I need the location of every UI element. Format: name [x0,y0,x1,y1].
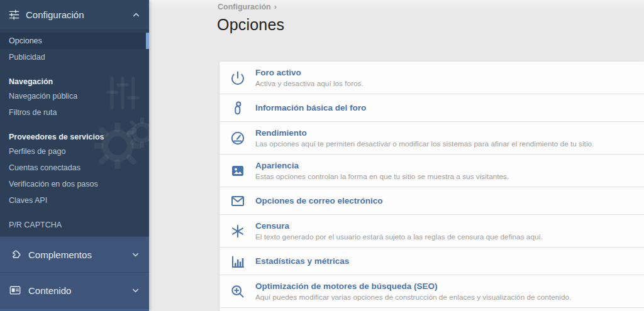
info-icon [230,101,245,116]
main-content: Configuración › Opciones Foro activoActi… [149,0,644,311]
option-text: Foro activoActiva y desactiva aquí los f… [255,68,634,88]
sidebar-accordion-complementos[interactable]: Complementos [0,236,149,272]
option-row-informacion-basica-del-foro[interactable]: Información básica del foro [219,94,644,122]
sidebar-section-proveedores-de-servicios: Proveedores de servicios [0,130,149,143]
option-text: AparienciaEstas opciones controlan la fo… [255,161,634,181]
option-description: Estas opciones controlan la forma en que… [255,172,634,181]
sliders-icon [8,9,20,21]
option-row-apariencia[interactable]: AparienciaEstas opciones controlan la fo… [219,155,644,187]
option-description: El texto generado por el usuario estará … [255,232,634,241]
asterisk-icon [230,224,245,239]
chevron-down-icon [131,250,140,259]
image-icon [230,163,245,178]
sidebar-item-navegacion-publica[interactable]: Navegación pública [0,88,149,104]
option-title[interactable]: Censura [255,221,634,231]
option-text: Opciones de correo electrónico [255,196,634,205]
option-title[interactable]: Optimización de motores de búsqueda (SEO… [255,281,634,291]
breadcrumb-separator: › [274,3,277,11]
envelope-icon [230,194,245,209]
sidebar-item-filtros-de-ruta[interactable]: Filtros de ruta [0,104,149,121]
chevron-down-icon [131,286,140,295]
sidebar-item-opciones[interactable]: Opciones [0,33,149,49]
option-text: CensuraEl texto generado por el usuario … [255,221,634,241]
options-list: Foro activoActiva y desactiva aquí los f… [219,62,644,311]
option-title[interactable]: Información básica del foro [255,103,634,112]
sidebar-header-label: Configuración [26,9,84,20]
sidebar-item-claves-api[interactable]: Claves API [0,192,149,209]
option-title[interactable]: Foro activo [255,68,634,77]
option-title[interactable]: Apariencia [255,161,634,170]
option-row-opciones-de-correo-electronico[interactable]: Opciones de correo electrónico [219,187,644,215]
page-title: Opciones [217,16,284,34]
sidebar-next-section-edge [0,308,149,311]
option-text: RendimientoLas opciones aquí te permiten… [255,128,634,148]
sidebar-item-verificacion-en-dos-pasos[interactable]: Verificación en dos pasos [0,176,149,192]
option-row-censura[interactable]: CensuraEl texto generado por el usuario … [219,215,644,248]
option-title[interactable]: Opciones de correo electrónico [255,196,634,205]
option-row-estadisticas-y-metricas[interactable]: Estadísticas y métricas [219,248,644,275]
card-icon [9,284,21,297]
sidebar: Configuración OpcionesPublicidadNavegaci… [0,0,149,311]
sidebar-section-navegacion: Navegación [0,75,149,88]
sidebar-header-configuracion[interactable]: Configuración [0,0,149,30]
breadcrumb-configuracion[interactable]: Configuración [218,3,271,11]
puzzle-icon [9,248,21,261]
search-plus-icon [230,284,245,299]
sidebar-accordion-contenido[interactable]: Contenido [0,272,149,308]
option-title[interactable]: Estadísticas y métricas [255,256,634,266]
sidebar-item-p-r-captcha[interactable]: P/R CAPTCHA [0,217,149,233]
option-row-rendimiento[interactable]: RendimientoLas opciones aquí te permiten… [219,122,644,155]
option-description: Las opciones aquí te permiten desactivar… [255,139,634,148]
sidebar-item-publicidad[interactable]: Publicidad [0,49,149,65]
chevron-up-icon [131,10,141,19]
option-row-optimizacion-de-motores-de-busqueda-seo[interactable]: Optimización de motores de búsqueda (SEO… [219,275,644,308]
option-text: Información básica del foro [255,103,634,112]
accordion-label: Complementos [28,249,92,260]
option-description: Aquí puedes modificar varias opciones de… [255,293,634,302]
gauge-icon [230,131,245,146]
breadcrumb: Configuración › [218,3,277,11]
option-description: Activa y desactiva aquí los foros. [255,79,634,88]
sidebar-item-cuentas-conectadas[interactable]: Cuentas conectadas [0,160,149,176]
app-window: Configuración OpcionesPublicidadNavegaci… [0,0,644,311]
option-row-foro-activo[interactable]: Foro activoActiva y desactiva aquí los f… [219,62,644,94]
option-title[interactable]: Rendimiento [255,128,634,138]
sidebar-item-perfiles-de-pago[interactable]: Perfiles de pago [0,143,149,160]
sidebar-group: OpcionesPublicidad [0,33,149,65]
sidebar-group: Proveedores de serviciosPerfiles de pago… [0,130,149,209]
sidebar-accordions: ComplementosContenido [0,236,149,308]
option-text: Optimización de motores de búsqueda (SEO… [255,281,634,302]
option-text: Estadísticas y métricas [255,256,634,266]
sidebar-nav: OpcionesPublicidadNavegaciónNavegación p… [0,30,149,236]
power-icon [230,70,245,85]
sidebar-group: P/R CAPTCHA [0,217,149,233]
sidebar-group: NavegaciónNavegación públicaFiltros de r… [0,75,149,121]
accordion-label: Contenido [28,285,71,296]
bar-chart-icon [230,254,245,269]
